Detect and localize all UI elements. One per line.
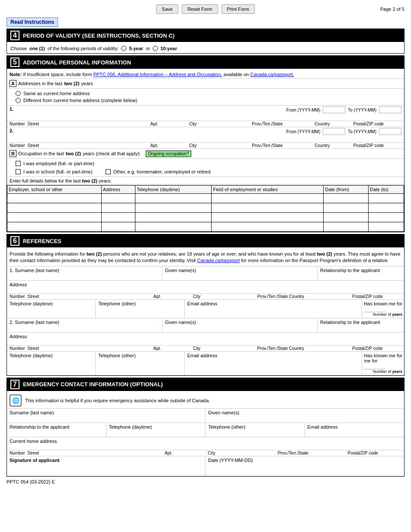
form-code: PPTC 054 (03-2022) E [6,479,55,484]
ref2-num-lbl: Number [10,346,25,351]
diff-addr-label: Different from current home address (com… [23,98,137,103]
addr2-to-input[interactable] [379,128,401,135]
emp-cell-tel-3[interactable] [135,213,211,222]
same-addr-option[interactable]: Same as current home address [16,90,395,97]
addr1-from-input[interactable] [323,106,345,113]
ref1-tel-other-label: Telephone (other) [98,301,135,306]
emerg-tel-day-cell: Telephone (daytime) [106,423,206,437]
save-button[interactable]: Save [156,4,178,14]
ref2-postal-lbl: Postal/ZIP code [352,346,401,351]
emp-cell-addr-1[interactable] [101,194,135,203]
emp-cell-field-1[interactable] [212,194,324,203]
diff-addr-option[interactable]: Different from current home address (com… [16,97,395,104]
emp-cell-field-4[interactable] [212,222,324,232]
radio-5year[interactable] [121,46,126,51]
emp-cell-addr-2[interactable] [101,203,135,213]
section-4-header: 4 PERIOD OF VALIDITY (SEE INSTRUCTIONS, … [7,29,404,42]
emp-cell-from-1[interactable] [324,194,368,203]
prov-label-2: Prov./Terr./State [252,143,312,148]
emp-row-2 [7,203,404,213]
emp-cell-tel-2[interactable] [135,203,211,213]
street-label-2: Street [28,143,148,148]
ref1-tel-other-cell: Telephone (other) [96,300,184,318]
emp-cell-from-2[interactable] [324,203,368,213]
to-label-2: To (YYYY-MM) [348,129,376,134]
pptc056-link[interactable]: PPTC 056, Additional Information – Addre… [93,72,222,77]
ref-canada-link[interactable]: Canada.ca/passport [197,258,240,263]
section-6-num: 6 [10,236,19,246]
emp-cell-employer-3[interactable] [7,213,102,222]
to-label-1: To (YYYY-MM) [348,108,376,112]
emp-cell-field-2[interactable] [212,203,324,213]
apt-label: Apt. [151,122,186,126]
emp-row-1 [7,194,404,203]
emerg-city-lbl: City [208,451,275,455]
enter-details-text2: years: [99,178,112,183]
ref1-num-years-label: Number of years [364,312,402,317]
emp-cell-addr-4[interactable] [101,222,135,232]
other-checkbox[interactable] [106,169,111,174]
print-button[interactable]: Print Form [222,4,255,14]
emp-cell-to-3[interactable] [368,213,404,222]
emp-cell-from-4[interactable] [324,222,368,232]
following-label: of the following periods of validity: [48,46,119,51]
addr2-num: 2. [10,128,13,135]
read-instructions-button[interactable]: Read Instructions [6,17,58,27]
employed-checkbox[interactable] [16,161,21,166]
radio-10year[interactable] [153,46,158,51]
years-label: years [81,81,93,86]
emp-cell-tel-1[interactable] [135,194,211,203]
emp-cell-to-4[interactable] [368,222,404,232]
ref1-contact-row: Telephone (daytime) Telephone (other) Em… [7,300,404,318]
ref2-rel-label: Relationship to the applicant [320,320,380,325]
emerg-info-text: This information is helpful if you requi… [25,398,210,403]
or-label: or [146,46,150,51]
emp-cell-employer-2[interactable] [7,203,102,213]
emp-cell-employer-4[interactable] [7,222,102,232]
section-6-header: 6 REFERENCES [7,234,404,247]
employment-table-container: Employer, school or other Address Teleph… [7,185,404,232]
ref2-given-label: Given name(s) [165,320,196,325]
ref1-street-lbl: Street [28,294,151,299]
ref1-years-input[interactable] [364,306,385,312]
postal-label-2: Postal/ZIP code [353,143,401,148]
ref1-surname-label: Surname (last name) [15,268,59,273]
ref1-name-row: 1. Surname (last name) Given name(s) Rel… [7,266,404,281]
school-checkbox-row[interactable]: I was in school (full- or part-time) [16,168,93,175]
other-checkbox-row[interactable]: Other, e.g. homemaker, unemployed or ret… [106,168,211,175]
canada-passport-link[interactable]: Canada.ca/passport. [250,72,294,77]
emp-cell-field-3[interactable] [212,213,324,222]
ref2-years-input[interactable] [364,363,385,369]
emp-row-4 [7,222,404,232]
emp-cell-from-3[interactable] [324,213,368,222]
ref2-addr-fields: Number Street Apt. City Prov./Terr./Stat… [7,346,404,352]
from-label-1: From (YYYY-MM) [286,108,321,112]
emerg-info-row: 🌐 This information is helpful if you req… [7,393,404,409]
emp-cell-tel-4[interactable] [135,222,211,232]
addr-intro: Addresses in the last [18,81,62,86]
radio-same-addr[interactable] [16,91,21,96]
radio-diff-addr[interactable] [16,98,21,103]
addr2-from-input[interactable] [323,128,345,135]
ref1-rel-cell: Relationship to the applicant [318,266,404,280]
employed-checkbox-row[interactable]: I was employed (full- or part-time) [16,160,395,167]
ref2-me-for: me for [364,358,402,363]
10year-label: 10-year [161,46,177,51]
ref1-addr-label: Address [10,282,27,287]
num-label-2: Number [10,143,25,148]
addr1-to-input[interactable] [379,106,401,113]
emerg-tel-other-cell: Telephone (other) [206,423,305,437]
validity-row: Choose one (1) of the following periods … [7,44,404,53]
occ-intro: Occupation in the last [18,151,64,156]
reset-button[interactable]: Reset Form [182,4,218,14]
school-checkbox[interactable] [16,169,21,174]
emp-cell-addr-3[interactable] [101,213,135,222]
emerg-addr-row: Current home address [7,437,404,450]
emp-cell-to-1[interactable] [368,194,404,203]
ref1-num-lbl: Number [10,294,25,299]
emp-cell-employer-1[interactable] [7,194,102,203]
ref1-rel-label: Relationship to the applicant [320,268,380,273]
section-5-num: 5 [10,58,19,67]
emp-cell-to-2[interactable] [368,203,404,213]
section-5-header: 5 ADDITIONAL PERSONAL INFORMATION [7,56,404,69]
